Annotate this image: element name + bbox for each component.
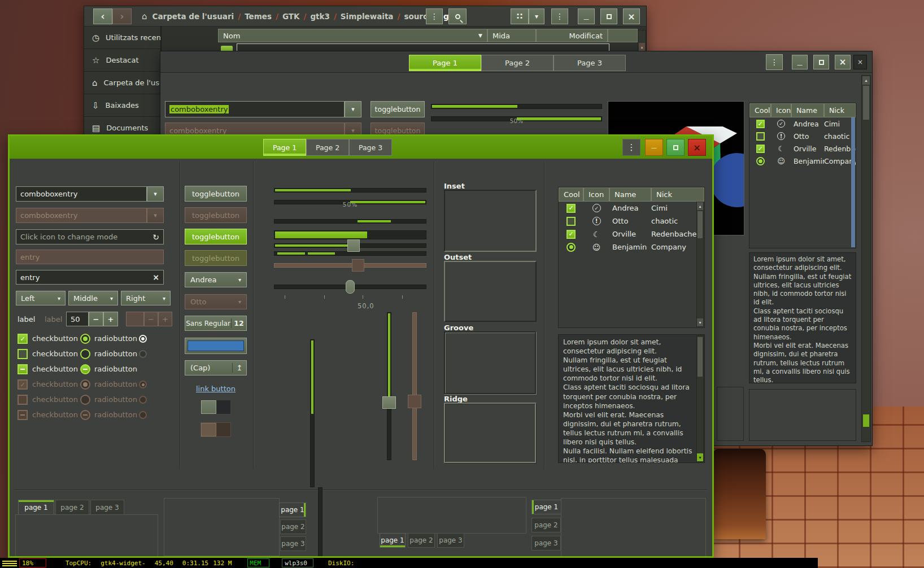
view-grid-button[interactable]: ∷ [511, 8, 529, 24]
detached-tab-close[interactable]: × [853, 55, 867, 69]
scrollbar-thumb[interactable] [698, 211, 703, 238]
file-chooser-button[interactable]: (Cap)↥ [185, 360, 247, 375]
refresh-icon[interactable]: ↻ [152, 233, 159, 242]
textview-scrollbar[interactable]: ▾ [696, 335, 704, 462]
font-button[interactable]: Sans Regular12 [185, 316, 247, 331]
breadcrumb-segment[interactable]: Temes [245, 12, 272, 21]
checkbox-checked[interactable]: ✓ [566, 230, 576, 239]
combobox-name[interactable]: Andrea▾ [185, 272, 247, 287]
notebook-top-tab-page1[interactable]: page 1 [18, 500, 54, 515]
window-scrollbar[interactable]: ▴ [861, 75, 871, 442]
maximize-button[interactable] [666, 139, 685, 156]
scale-handle[interactable] [382, 396, 396, 409]
combobox-arrow-button[interactable]: ▾ [345, 101, 361, 117]
notebook-right-tab-page3[interactable]: page 3 [280, 536, 306, 551]
column-header-icon[interactable]: Icon [583, 187, 609, 202]
combobox-right[interactable]: Right▾ [121, 291, 171, 305]
notebook-top-tab-page3[interactable]: page 3 [90, 500, 124, 515]
entry[interactable]: entry× [16, 270, 164, 285]
column-header-nick[interactable]: Nick [651, 187, 704, 202]
column-header-name[interactable]: Name [791, 103, 824, 117]
table-row[interactable]: ! Otto chaotic [559, 215, 704, 228]
front-window-titlebar[interactable]: Page 1 Page 2 Page 3 ⋮ — × [10, 136, 712, 159]
scale-handle[interactable] [347, 239, 360, 252]
notebook-left-tab-page1[interactable]: page 1 [531, 500, 561, 514]
scale-trough[interactable] [387, 312, 391, 460]
table-row[interactable]: ☺ Benjamin Company [749, 155, 856, 167]
close-button[interactable]: × [835, 55, 851, 69]
column-header-cool[interactable]: Cool [749, 103, 771, 117]
minimize-button[interactable]: — [792, 55, 808, 69]
checkbutton-indeterminate[interactable] [18, 364, 28, 374]
checkbox-unchecked[interactable] [756, 132, 765, 141]
notebook-bottom-tab-page1[interactable]: page 1 [380, 533, 406, 548]
radio-indicator-dim[interactable] [139, 350, 147, 358]
view-options-button[interactable]: ▾ [529, 8, 544, 24]
radiobutton-selected[interactable] [80, 334, 90, 344]
maximize-button[interactable] [813, 55, 829, 69]
taskbar-menu-icon[interactable] [2, 560, 17, 566]
scroll-up-icon[interactable]: ▴ [639, 43, 645, 51]
breadcrumb-segment[interactable]: Simplewaita [341, 12, 394, 21]
forward-button[interactable]: › [112, 8, 132, 24]
lorem-text[interactable]: Lorem ipsum dolor sit amet, consectetur … [559, 335, 704, 463]
breadcrumb-segment[interactable]: gtk3 [310, 12, 330, 21]
tab-page2[interactable]: Page 2 [306, 139, 349, 156]
menu-button[interactable]: ⋮ [426, 8, 443, 24]
search-button[interactable] [448, 8, 467, 24]
sidebar-item-starred[interactable]: ☆Destacat [84, 49, 160, 72]
column-header-name[interactable]: Name [609, 187, 651, 202]
treeview-scrollbar[interactable] [851, 117, 855, 247]
notebook-right-tab-page1[interactable]: page 1 [279, 503, 306, 517]
notebook-bottom-tab-page2[interactable]: page 2 [408, 533, 435, 548]
color-button[interactable] [185, 338, 247, 354]
column-header-name[interactable]: Nom▼ [218, 29, 487, 42]
hscale[interactable] [274, 239, 426, 252]
notebook-left-tab-page3[interactable]: page 3 [531, 536, 561, 550]
table-row[interactable]: ✓ ✓ Andrea Cimi [559, 202, 704, 215]
tab-page3[interactable]: Page 3 [349, 139, 392, 156]
notebook-right-tab-page2[interactable]: page 2 [280, 519, 306, 534]
comboboxentry-selected[interactable]: comboboxentry [165, 101, 345, 117]
hscale-marks[interactable] [274, 279, 426, 294]
notebook-left-tab-page2[interactable]: page 2 [531, 518, 561, 532]
radiobutton-indeterminate[interactable] [80, 364, 90, 374]
spinbutton-value[interactable]: 50 [66, 312, 89, 326]
menu-button[interactable]: ⋮ [766, 54, 783, 70]
linkbutton[interactable]: link button [185, 383, 247, 394]
mode-entry[interactable]: Click icon to change mode↻ [16, 229, 164, 244]
minimize-button[interactable]: — [645, 139, 663, 156]
tab-page2[interactable]: Page 2 [481, 55, 553, 71]
breadcrumb[interactable]: ⌂ Carpeta de l'usuari/ Temes/ GTK/ gtk3/… [142, 11, 463, 22]
scrollbar-thumb[interactable] [863, 86, 869, 120]
scroll-up-icon[interactable]: ▴ [862, 76, 870, 85]
sidebar-item-downloads[interactable]: ⇩Baixades [84, 94, 160, 117]
combobox-middle[interactable]: Middle▾ [68, 291, 118, 305]
minimize-button[interactable]: — [578, 8, 595, 24]
breadcrumb-segment[interactable]: GTK [282, 12, 300, 21]
switch-handle[interactable] [201, 400, 216, 414]
table-row[interactable]: ✓ ☾ Orville Redenbacher [559, 228, 704, 241]
radio-selected[interactable] [756, 157, 765, 165]
scale-handle[interactable] [346, 280, 355, 294]
menu-button[interactable]: ⋮ [622, 139, 640, 156]
maximize-button[interactable] [600, 8, 617, 24]
vscale[interactable] [382, 312, 396, 460]
sidebar-item-home[interactable]: ⌂Carpeta de l'usuari [84, 72, 160, 94]
checkbox-checked[interactable]: ✓ [566, 204, 576, 213]
table-row[interactable]: ☺ Benjamin Company [559, 241, 704, 254]
back-window-titlebar[interactable]: Page 1 Page 2 Page 3 ⋮ — × × [160, 51, 872, 73]
close-button[interactable]: × [688, 139, 706, 156]
comboboxentry[interactable]: comboboxentry [16, 186, 147, 202]
spin-minus-button[interactable]: − [89, 312, 103, 326]
column-header-cool[interactable]: Cool [559, 187, 583, 202]
notebook-top-tab-page2[interactable]: page 2 [55, 500, 89, 515]
togglebutton-active[interactable]: togglebutton [185, 229, 247, 244]
scroll-up-icon[interactable]: ▴ [697, 202, 703, 210]
close-button[interactable]: × [623, 8, 640, 24]
table-row[interactable]: ✓ ✓ Andrea Cimi [749, 117, 856, 130]
sidebar-item-recent[interactable]: ◷Utilitzats recentment [84, 27, 160, 49]
back-button[interactable]: ‹ [93, 8, 112, 24]
checkbox-unchecked[interactable] [566, 217, 576, 226]
scroll-down-icon[interactable]: ▾ [697, 453, 703, 461]
